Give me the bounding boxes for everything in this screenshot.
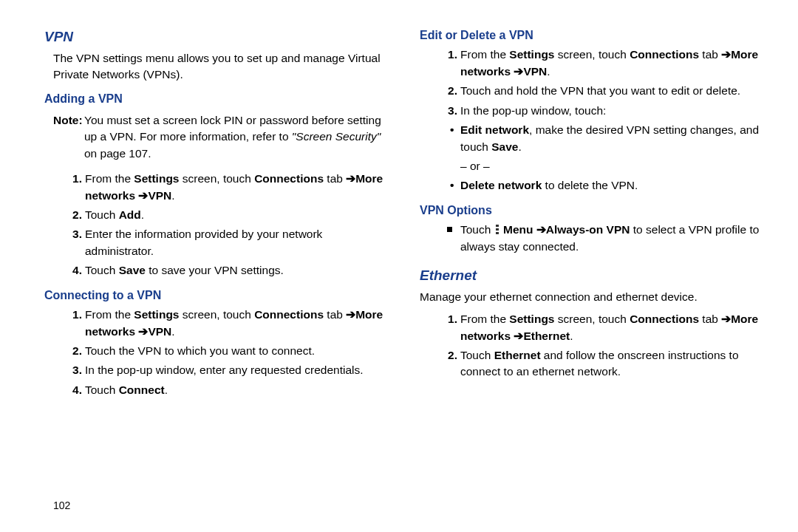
txt: screen, touch — [179, 172, 254, 185]
edit-step-3: In the pop-up window, touch: — [460, 103, 767, 119]
txt: VPN — [148, 189, 171, 202]
vpn-intro: The VPN settings menu allows you to set … — [44, 50, 392, 83]
eth-step-1: From the Settings screen, touch Connecti… — [460, 311, 767, 344]
txt: to delete the VPN. — [542, 179, 638, 191]
txt: Delete network — [460, 179, 542, 191]
txt: tab — [324, 308, 343, 321]
txt: Connections — [630, 48, 699, 61]
txt: Touch — [85, 264, 119, 276]
edit-step-2: Touch and hold the VPN that you want to … — [460, 83, 767, 99]
txt: tab — [699, 48, 718, 61]
arrow-icon — [343, 308, 355, 321]
arrow-icon — [533, 223, 545, 236]
txt: From the — [85, 308, 134, 321]
adding-vpn-heading: Adding a VPN — [44, 90, 392, 107]
txt: Menu — [503, 223, 533, 236]
txt: Connect — [119, 383, 165, 396]
ethernet-heading: Ethernet — [420, 265, 767, 286]
txt: VPN — [523, 65, 547, 78]
ethernet-steps: From the Settings screen, touch Connecti… — [420, 311, 767, 381]
txt: screen, touch — [554, 48, 630, 61]
add-step-4: Touch Save to save your VPN settings. — [85, 262, 392, 279]
txt: Save — [119, 264, 146, 276]
txt: Edit network — [460, 123, 529, 136]
edit-step-1: From the Settings screen, touch Connecti… — [460, 47, 767, 80]
eth-step-2: Touch Ethernet and follow the onscreen i… — [460, 347, 767, 381]
edit-bullet-2: Delete network to delete the VPN. — [460, 177, 767, 194]
txt: Save — [491, 140, 518, 153]
txt: screen, touch — [179, 308, 254, 321]
arrow-icon — [718, 313, 731, 325]
vpn-heading: VPN — [44, 27, 392, 47]
note-label: Note: — [53, 114, 83, 126]
txt: Touch — [460, 223, 494, 236]
txt: tab — [324, 172, 343, 185]
txt: From the — [85, 172, 134, 185]
arrow-icon — [135, 189, 148, 202]
txt: From the — [460, 313, 509, 325]
arrow-icon — [511, 65, 523, 78]
menu-icon — [496, 225, 499, 235]
txt: Always-on VPN — [546, 223, 630, 236]
arrow-icon — [343, 172, 355, 185]
txt: From the — [460, 48, 509, 61]
arrow-icon — [718, 48, 731, 61]
txt: screen, touch — [554, 313, 630, 325]
vpn-options-heading: VPN Options — [420, 202, 767, 219]
txt: to save your VPN settings. — [146, 264, 284, 276]
txt: Touch — [85, 383, 119, 396]
note-text: You must set a screen lock PIN or passwo… — [84, 112, 392, 162]
conn-step-4: Touch Connect. — [85, 382, 392, 398]
txt: Settings — [134, 308, 179, 321]
txt: Connections — [630, 313, 699, 325]
txt: Settings — [134, 172, 179, 185]
txt: Touch — [85, 208, 119, 221]
txt: Settings — [509, 48, 554, 61]
txt: Add — [119, 208, 141, 221]
txt: Ethernet — [523, 330, 570, 342]
ethernet-intro: Manage your ethernet connection and ethe… — [420, 289, 767, 305]
manual-page: VPN The VPN settings menu allows you to … — [0, 0, 798, 532]
left-column: VPN The VPN settings menu allows you to … — [44, 27, 414, 519]
conn-step-2: Touch the VPN to which you want to conne… — [85, 343, 392, 359]
conn-step-3: In the pop-up window, enter any requeste… — [85, 362, 392, 378]
connecting-heading: Connecting to a VPN — [44, 287, 392, 304]
edit-delete-heading: Edit or Delete a VPN — [420, 27, 767, 44]
note-ref: "Screen Security" — [292, 130, 381, 143]
arrow-icon — [135, 325, 148, 338]
txt: Ethernet — [494, 349, 541, 361]
txt: Settings — [509, 313, 554, 325]
edit-bullets: Edit network, make the desired VPN setti… — [420, 122, 767, 155]
arrow-icon — [511, 330, 523, 342]
page-number: 102 — [53, 499, 70, 511]
txt: VPN — [148, 325, 171, 338]
txt: Connections — [254, 172, 324, 185]
connecting-steps: From the Settings screen, touch Connecti… — [44, 307, 392, 398]
txt: Connections — [254, 308, 324, 321]
note-part2: on page 107. — [84, 147, 151, 160]
edit-bullet-1: Edit network, make the desired VPN setti… — [460, 122, 767, 155]
add-step-1: From the Settings screen, touch Connecti… — [85, 171, 392, 204]
conn-step-1: From the Settings screen, touch Connecti… — [85, 307, 392, 340]
vpn-options-list: Touch MenuAlways-on VPN to select a VPN … — [420, 222, 767, 255]
edit-steps: From the Settings screen, touch Connecti… — [420, 47, 767, 119]
adding-steps: From the Settings screen, touch Connecti… — [44, 171, 392, 279]
edit-bullets-2: Delete network to delete the VPN. — [420, 177, 767, 194]
add-step-2: Touch Add. — [85, 207, 392, 223]
txt: tab — [699, 313, 718, 325]
or-separator: – or – — [420, 158, 767, 174]
txt: Touch — [460, 349, 494, 361]
add-step-3: Enter the information provided by your n… — [85, 226, 392, 259]
right-column: Edit or Delete a VPN From the Settings s… — [414, 27, 767, 519]
note-block: Note: You must set a screen lock PIN or … — [44, 112, 392, 162]
vpn-option-item: Touch MenuAlways-on VPN to select a VPN … — [460, 222, 767, 255]
